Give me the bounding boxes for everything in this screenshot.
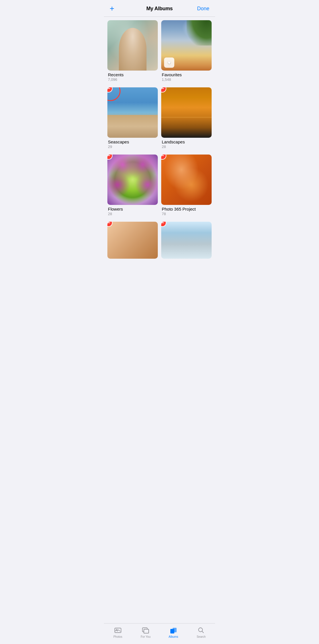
tab-search[interactable]: Search — [187, 626, 215, 638]
album-count-flowers: 28 — [108, 212, 157, 216]
album-item-photo365[interactable]: Photo 365 Project 78 — [161, 155, 212, 216]
album-item-seascapes[interactable]: Seascapes 29 — [107, 87, 158, 149]
album-count-recents: 7,096 — [108, 77, 157, 82]
album-label-flowers: Flowers 28 — [107, 207, 158, 216]
album-name-flowers: Flowers — [108, 207, 157, 211]
album-thumbnail-flowers — [107, 155, 158, 205]
album-label-landscapes: Landscapes 28 — [161, 139, 212, 149]
album-name-favourites: Favourites — [162, 72, 211, 77]
heart-icon: ♥ — [168, 60, 171, 66]
delete-button-photo365[interactable] — [161, 155, 166, 160]
album-item-partial-left[interactable] — [107, 222, 158, 259]
svg-rect-3 — [144, 629, 149, 633]
album-count-photo365: 78 — [162, 212, 211, 216]
album-item-flowers[interactable]: Flowers 28 — [107, 155, 158, 216]
tab-label-albums: Albums — [169, 635, 178, 638]
delete-button-seascapes[interactable] — [107, 87, 113, 92]
album-thumbnail-seascapes — [107, 87, 158, 138]
album-name-photo365: Photo 365 Project — [162, 207, 211, 211]
album-count-seascapes: 29 — [108, 145, 157, 149]
album-thumbnail-partial-left — [107, 222, 158, 259]
album-label-favourites: Favourites 1,548 — [161, 72, 212, 82]
tab-photos[interactable]: Photos — [104, 626, 132, 638]
delete-button-landscapes[interactable] — [161, 87, 166, 92]
photos-icon — [114, 626, 122, 634]
album-thumbnail-favourites: ♥ — [161, 20, 212, 71]
album-item-partial-right[interactable] — [161, 222, 212, 259]
for-you-icon — [142, 626, 150, 634]
delete-button-partial-left[interactable] — [107, 222, 113, 227]
albums-icon — [169, 626, 177, 634]
album-count-landscapes: 28 — [162, 145, 211, 149]
album-item-landscapes[interactable]: Landscapes 28 — [161, 87, 212, 149]
svg-rect-6 — [173, 628, 177, 632]
page-title: My Albums — [146, 6, 173, 12]
tab-label-photos: Photos — [113, 635, 122, 638]
add-button[interactable]: + — [110, 5, 122, 13]
search-icon — [197, 626, 205, 634]
album-label-seascapes: Seascapes 29 — [107, 139, 158, 149]
heart-badge-favourites: ♥ — [164, 57, 174, 68]
tab-albums[interactable]: Albums — [160, 626, 187, 638]
albums-grid: Recents 7,096 ♥ Favourites 1,548 Seascap… — [104, 17, 215, 259]
header: + My Albums Done — [104, 0, 215, 17]
album-name-seascapes: Seascapes — [108, 139, 157, 144]
album-thumbnail-recents — [107, 20, 158, 71]
album-label-photo365: Photo 365 Project 78 — [161, 207, 212, 216]
album-name-recents: Recents — [108, 72, 157, 77]
album-thumbnail-partial-right — [161, 222, 212, 259]
tab-label-for-you: For You — [141, 635, 150, 638]
album-name-landscapes: Landscapes — [162, 139, 211, 144]
album-item-favourites[interactable]: ♥ Favourites 1,548 — [161, 20, 212, 82]
tab-label-search: Search — [197, 635, 206, 638]
album-thumbnail-photo365 — [161, 155, 212, 205]
album-item-recents[interactable]: Recents 7,096 — [107, 20, 158, 82]
done-button[interactable]: Done — [197, 6, 209, 12]
tab-for-you[interactable]: For You — [132, 626, 160, 638]
delete-button-flowers[interactable] — [107, 155, 113, 160]
album-label-recents: Recents 7,096 — [107, 72, 158, 82]
delete-button-partial-right[interactable] — [161, 222, 166, 227]
album-thumbnail-landscapes — [161, 87, 212, 138]
album-count-favourites: 1,548 — [162, 77, 211, 82]
tab-bar: Photos For You Albums S — [104, 623, 215, 644]
